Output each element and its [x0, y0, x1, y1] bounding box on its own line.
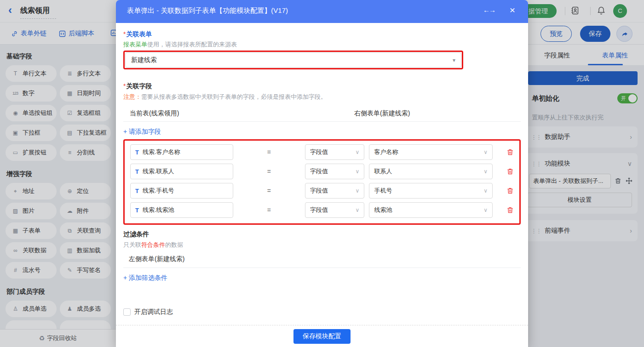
- mapping-row: T线索.联系人 = 字段值∨ 联系人∨: [130, 164, 514, 179]
- text-icon: T: [135, 188, 139, 194]
- value-type-select[interactable]: 字段值∨: [305, 202, 364, 218]
- text-icon: T: [135, 207, 139, 214]
- caret-down-icon: ∨: [483, 188, 488, 194]
- left-field-value: 线索.线索池: [143, 206, 174, 214]
- delete-row-icon[interactable]: [506, 148, 514, 156]
- related-form-hint-rest: 使用，请选择报表所配置的来源表: [147, 41, 237, 48]
- filter-divider: [123, 267, 521, 268]
- modal-body: *关联表单 报表菜单使用，请选择报表所配置的来源表 新建线索 ▾ *关联字段 注…: [116, 23, 528, 325]
- right-field-value: 联系人: [374, 167, 392, 176]
- equals-operator: =: [233, 206, 305, 214]
- left-field-input[interactable]: T线索.联系人: [130, 164, 233, 179]
- filter-left-form-label: 左侧表单(新建线索): [123, 255, 521, 263]
- app-root: ‹ 线索领用 据管理 C: [0, 0, 644, 347]
- caret-down-icon: ∨: [356, 207, 360, 213]
- value-type-value: 字段值: [310, 167, 328, 176]
- caret-down-icon: ▾: [453, 57, 455, 63]
- left-table-header: 当前表(线索领用): [130, 109, 179, 118]
- filter-hint: 只关联符合条件的数据: [123, 241, 521, 249]
- caret-down-icon: ∨: [483, 168, 488, 175]
- related-form-hint: 报表菜单使用，请选择报表所配置的来源表: [123, 40, 521, 49]
- mapping-column-headers: 当前表(线索领用) 右侧表单(新建线索): [123, 109, 521, 119]
- equals-operator: =: [233, 148, 305, 156]
- right-field-select[interactable]: 客户名称∨: [369, 144, 493, 160]
- left-field-value: 线索.客户名称: [143, 148, 180, 156]
- related-form-select-value: 新建线索: [131, 56, 157, 64]
- related-fields-label-row: *关联字段: [123, 82, 521, 91]
- value-type-select[interactable]: 字段值∨: [305, 183, 364, 199]
- annotation-box-form-select: 新建线索 ▾: [123, 51, 463, 69]
- delete-row-icon[interactable]: [506, 187, 514, 194]
- add-filter-link[interactable]: + 添加筛选条件: [123, 274, 167, 282]
- left-field-value: 线索.联系人: [143, 167, 174, 176]
- caret-down-icon: ∨: [483, 149, 488, 155]
- right-field-select[interactable]: 联系人∨: [369, 164, 493, 179]
- modal-resize-icon[interactable]: ←→: [483, 6, 495, 14]
- left-field-input[interactable]: T线索.手机号: [130, 183, 233, 199]
- modal-footer: 保存模块配置: [116, 325, 528, 347]
- related-form-select[interactable]: 新建线索 ▾: [125, 52, 461, 68]
- right-field-select[interactable]: 手机号∨: [369, 183, 493, 199]
- caret-down-icon: ∨: [356, 188, 360, 194]
- text-icon: T: [135, 149, 139, 156]
- required-mark: *: [123, 30, 126, 38]
- right-field-value: 线索池: [374, 206, 392, 214]
- value-type-value: 字段值: [310, 187, 328, 195]
- right-form-header: 右侧表单(新建线索): [354, 109, 410, 118]
- note-text: 需要从报表多选数据中关联到子表单的字段，必须是报表中添加字段。: [141, 93, 327, 100]
- related-form-label-row: *关联表单: [123, 30, 521, 39]
- close-icon[interactable]: ×: [510, 5, 515, 16]
- debug-log-checkbox[interactable]: [123, 308, 131, 316]
- text-icon: T: [135, 168, 139, 175]
- note-prefix: 注意：: [123, 93, 141, 100]
- mapping-row: T线索.客户名称 = 字段值∨ 客户名称∨: [130, 144, 514, 160]
- module-config-modal: 表单弹出 - 关联数据到子表单【功能模块配置】(V17) ←→ × *关联表单 …: [116, 0, 528, 347]
- right-field-value: 客户名称: [374, 148, 398, 156]
- related-fields-note: 注意：需要从报表多选数据中关联到子表单的字段，必须是报表中添加字段。: [123, 93, 521, 101]
- report-menu-hint: 报表菜单: [123, 41, 147, 48]
- value-type-select[interactable]: 字段值∨: [305, 164, 364, 179]
- value-type-value: 字段值: [310, 206, 328, 214]
- delete-row-icon[interactable]: [506, 206, 514, 214]
- left-field-input[interactable]: T线索.客户名称: [130, 144, 233, 160]
- annotation-box-mapping-rows: T线索.客户名称 = 字段值∨ 客户名称∨ T线索.联系人 = 字段值∨ 联系人…: [123, 139, 521, 225]
- right-field-select[interactable]: 线索池∨: [369, 202, 493, 218]
- filter-hint-highlight: 符合条件: [141, 241, 165, 248]
- mapping-row: T线索.手机号 = 字段值∨ 手机号∨: [130, 183, 514, 199]
- filter-condition-label: 过滤条件: [123, 230, 521, 239]
- right-field-value: 手机号: [374, 187, 392, 195]
- modal-header: 表单弹出 - 关联数据到子表单【功能模块配置】(V17) ←→ ×: [116, 0, 528, 23]
- value-type-select[interactable]: 字段值∨: [305, 144, 364, 160]
- equals-operator: =: [233, 187, 305, 194]
- save-module-config-button[interactable]: 保存模块配置: [293, 329, 351, 344]
- filter-hint-pre: 只关联: [123, 241, 141, 248]
- delete-row-icon[interactable]: [506, 168, 514, 175]
- modal-title: 表单弹出 - 关联数据到子表单【功能模块配置】(V17): [127, 6, 288, 15]
- mapping-row: T线索.线索池 = 字段值∨ 线索池∨: [130, 202, 514, 218]
- left-field-value: 线索.手机号: [143, 187, 174, 195]
- equals-operator: =: [233, 168, 305, 175]
- debug-log-label: 开启调试日志: [134, 308, 173, 316]
- caret-down-icon: ∨: [483, 207, 488, 213]
- header-divider: [123, 121, 521, 122]
- related-fields-label: 关联字段: [126, 82, 152, 90]
- caret-down-icon: ∨: [356, 168, 360, 175]
- left-field-input[interactable]: T线索.线索池: [130, 202, 233, 218]
- add-field-link[interactable]: + 请添加字段: [123, 128, 161, 136]
- required-mark: *: [123, 82, 126, 90]
- caret-down-icon: ∨: [356, 149, 360, 155]
- related-form-label: 关联表单: [126, 30, 152, 38]
- filter-hint-post: 的数据: [165, 241, 183, 248]
- debug-log-row: 开启调试日志: [123, 308, 521, 316]
- value-type-value: 字段值: [310, 148, 328, 156]
